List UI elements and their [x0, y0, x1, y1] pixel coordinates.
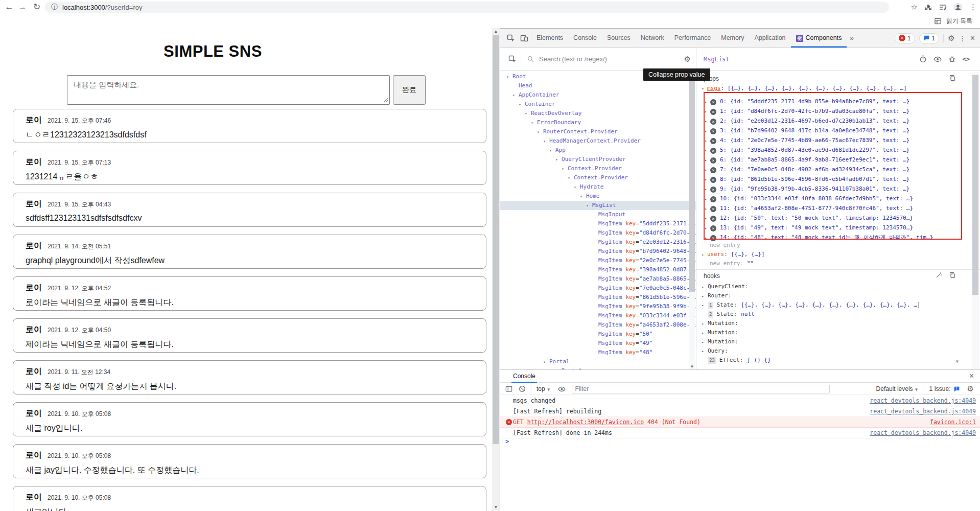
expander-icon[interactable]: ▸ — [705, 155, 710, 165]
hook-row[interactable]: ▸QueryClient: — [696, 282, 970, 291]
scroll-down-icon[interactable]: ▼ — [689, 364, 695, 369]
tree-row[interactable]: MsgItemkey="a4653af2-808e-4…" — [500, 320, 696, 330]
tree-row[interactable]: ▾QueryClientProvider — [500, 155, 696, 164]
post-card[interactable]: 로이 2021. 9. 12. 오후 04:52 로이라는 닉네임으로 새글이 … — [13, 276, 486, 311]
tree-row[interactable]: ▾Portal — [500, 357, 696, 366]
expander-icon[interactable]: ▾ — [519, 100, 525, 109]
back-icon[interactable]: ← — [3, 0, 15, 14]
hook-row[interactable]: ▸Mutation: — [696, 319, 970, 328]
tree-row[interactable]: MsgItemkey="7e0ae0c5-048c-4…" — [500, 284, 696, 293]
tree-row[interactable]: Head — [500, 81, 696, 90]
expander-icon[interactable]: ▾ — [537, 128, 543, 137]
tree-row[interactable]: ▾ErrorBoundary — [500, 118, 696, 127]
expander-icon[interactable]: ▾ — [543, 358, 549, 367]
reading-list-button[interactable]: 읽기 목록 — [946, 17, 972, 26]
remove-entry-icon[interactable]: × — [710, 177, 716, 183]
msgs-item-row[interactable]: ▸×9:{id: "9fe95b38-9f9b-4cb5-8336-941107… — [696, 184, 980, 194]
expander-icon[interactable]: ▸ — [705, 194, 710, 204]
remove-entry-icon[interactable]: × — [710, 216, 716, 222]
expander-icon[interactable]: ▸ — [702, 319, 708, 329]
devtools-tab[interactable]: Components — [791, 29, 847, 48]
devtools-close-icon[interactable]: × — [970, 34, 975, 43]
message-input[interactable] — [67, 75, 390, 105]
msgs-item-row[interactable]: ▸×7:{id: "7e0ae0c5-048c-4902-af6b-ad3249… — [696, 165, 980, 174]
new-entry-kv-row[interactable]: new entry: "" — [710, 260, 754, 267]
remove-entry-icon[interactable]: × — [710, 196, 716, 202]
expander-icon[interactable]: ▸ — [705, 126, 710, 136]
reload-icon[interactable]: ↻ — [31, 0, 43, 14]
msgs-item-row[interactable]: ▸×0:{id: "5dddf235-2171-4d9b-855e-b94a8b… — [696, 97, 980, 106]
message-source-link[interactable]: favicon.ico:1 — [930, 417, 976, 427]
tree-row[interactable]: MsgInput — [500, 210, 696, 219]
msgs-item-row[interactable]: ▸×12:{id: "50", text: "50 mock text", ti… — [696, 213, 980, 223]
expander-icon[interactable]: ▾ — [580, 192, 586, 201]
copy-props-icon[interactable] — [949, 75, 955, 83]
expander-icon[interactable]: ▸ — [702, 329, 708, 338]
msgs-item-row[interactable]: ▸×10:{id: "033c3344-e03f-40fa-8038-66fde… — [696, 194, 980, 203]
tree-row[interactable]: MsgItemkey="48" — [500, 348, 696, 357]
users-prop-row[interactable]: ▸users: [{…}, {…}] — [702, 251, 765, 258]
post-card[interactable]: 로이 2021. 9. 14. 오전 05:51 graphql playgro… — [13, 235, 486, 269]
remove-entry-icon[interactable]: × — [710, 206, 716, 212]
msgs-item-row[interactable]: ▸×1:{id: "d84df6fc-2d70-42fc-b7b9-a9a03c… — [696, 106, 980, 116]
forward-icon[interactable]: → — [16, 0, 29, 14]
hook-row[interactable]: ▸Mutation: — [696, 337, 970, 346]
expander-icon[interactable]: ▸ — [705, 117, 710, 126]
expander-icon[interactable]: ▾ — [506, 73, 512, 82]
expander-icon[interactable]: ▾ — [555, 155, 562, 165]
tree-row[interactable]: MsgItemkey="033c3344-e03f-4…" — [500, 311, 696, 320]
msgs-item-row[interactable]: ▸×8:{id: "861d5b1e-596e-4596-8fd6-e5b4fa… — [696, 174, 980, 184]
post-card[interactable]: 로이 2021. 9. 12. 오후 04:50 제이라는 닉네임으로 새글이 … — [13, 318, 486, 353]
tree-row[interactable]: ▾MsgList — [500, 201, 696, 210]
msgs-item-row[interactable]: ▸×2:{id: "e2e03d12-2316-4697-b6ed-d7c230… — [696, 116, 980, 126]
tree-row[interactable]: MsgItemkey="398a4852-0d87-4…" — [500, 265, 696, 274]
settings-gear-icon[interactable]: ⚙ — [948, 34, 954, 43]
hook-row[interactable]: ▸Query: — [696, 346, 970, 356]
new-entry-row[interactable]: new entry — [710, 242, 740, 248]
component-search-input[interactable] — [539, 55, 679, 63]
avatar[interactable] — [953, 3, 963, 12]
expander-icon[interactable]: ▾ — [562, 165, 568, 174]
components-settings-icon[interactable]: ⚙ — [684, 55, 691, 64]
drawer-close-icon[interactable]: × — [969, 371, 974, 381]
view-source-icon[interactable]: <> — [963, 56, 970, 63]
device-toolbar-icon[interactable] — [520, 34, 528, 42]
tree-row[interactable]: MsgItemkey="d84df6fc-2d70-4…" — [500, 228, 696, 238]
expander-icon[interactable]: ▸ — [702, 292, 708, 301]
msgs-item-row[interactable]: ▸×5:{id: "398a4852-0d87-43e0-ae9d-d681d1… — [696, 145, 980, 155]
side-panel-icon[interactable] — [939, 3, 947, 11]
expander-icon[interactable]: ▸ — [705, 107, 710, 117]
tree-row[interactable]: ▾App — [500, 146, 696, 155]
msgs-item-row[interactable]: ▸×13:{id: "49", text: "49 mock text", ti… — [696, 223, 980, 233]
msgs-item-row[interactable]: ▸×3:{id: "b7d96402-9648-417c-b14a-4a0e8c… — [696, 126, 980, 135]
expander-icon[interactable]: ▾ — [574, 183, 580, 192]
post-card[interactable]: 로이 2021. 9. 15. 오후 07:46 ㄴㅇㄹ123123231232… — [13, 109, 486, 143]
tree-row[interactable]: MsgItemkey="ae7ab8a5-8865-4…" — [500, 274, 696, 284]
message-source-link[interactable]: react_devtools_backend.js:4049 — [870, 406, 976, 416]
console-drawer-tab[interactable]: Console — [511, 370, 537, 383]
expander-icon[interactable]: ▸ — [702, 347, 708, 356]
remove-entry-icon[interactable]: × — [710, 138, 716, 144]
console-filter-box[interactable] — [572, 385, 830, 393]
log-levels-selector[interactable]: Default levels▼ — [876, 385, 919, 392]
scrollbar-thumb[interactable] — [972, 75, 978, 295]
expander-icon[interactable]: ▾ — [568, 174, 574, 183]
devtools-tab[interactable]: Application — [749, 29, 790, 48]
expander-icon[interactable]: ▸ — [705, 204, 710, 214]
clear-console-icon[interactable] — [519, 385, 526, 392]
tree-row[interactable]: ▾AppContainer — [500, 90, 696, 100]
page-scrollbar[interactable]: ▲ ▼ — [492, 28, 500, 511]
console-prompt[interactable]: > — [500, 436, 980, 447]
tree-row[interactable]: MsgItemkey="50" — [500, 330, 696, 339]
tree-row[interactable]: MsgItemkey="9fe95b38-9f9b-4…" — [500, 302, 696, 311]
devtools-tab[interactable]: Elements — [531, 29, 568, 48]
tree-row[interactable]: MsgItemkey="e2e03d12-2316-4…" — [500, 238, 696, 247]
expander-icon[interactable]: ▸ — [705, 146, 710, 155]
tree-row[interactable]: ▾HeadManagerContext.Provider — [500, 136, 696, 146]
address-bar[interactable]: ⓘ localhost:3000/?userId=roy — [45, 2, 889, 13]
expander-icon[interactable]: ▸ — [702, 301, 708, 310]
expander-icon[interactable]: ▸ — [705, 136, 710, 146]
msgs-prop-row[interactable]: ▾msgs: [{…}, {…}, {…}, {…}, {…}, {…}, {…… — [702, 85, 907, 91]
submit-button[interactable]: 완료 — [393, 75, 426, 105]
scroll-down-icon[interactable]: ▼ — [956, 359, 959, 364]
